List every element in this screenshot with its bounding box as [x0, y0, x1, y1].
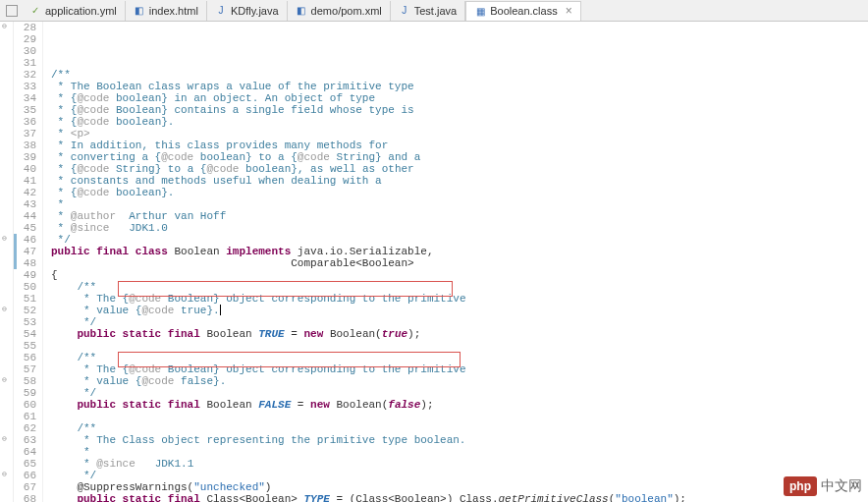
code-line[interactable]: Comparable<Boolean> [51, 257, 868, 269]
code-token: <p> [71, 128, 90, 139]
code-line[interactable]: * {@code boolean}. [51, 116, 868, 128]
code-token: * constants and methods useful when deal… [51, 175, 382, 187]
code-line[interactable]: * @since JDK1.1 [51, 458, 868, 470]
tab-index-html[interactable]: ◧index.html [126, 1, 207, 21]
code-token: @code [77, 187, 109, 198]
code-line[interactable]: * value {@code false}. [51, 375, 868, 387]
code-token: public static final [77, 399, 199, 411]
code-line[interactable]: * {@code boolean}. [51, 187, 868, 198]
code-line[interactable] [51, 411, 868, 422]
code-token: */ [51, 234, 71, 246]
line-number: 65 [14, 458, 36, 470]
code-token: ); [420, 399, 433, 411]
code-token: */ [51, 470, 96, 481]
code-token: Comparable<Boolean> [51, 257, 414, 269]
code-line[interactable]: * {@code String} to a {@code boolean}, a… [51, 163, 868, 175]
code-line[interactable]: * {@code boolean} in an object. An objec… [51, 92, 868, 104]
code-content[interactable]: /** * The Boolean class wraps a value of… [43, 22, 868, 502]
code-line[interactable]: { [51, 269, 868, 281]
fold-icon[interactable]: ⊖ [2, 434, 7, 443]
code-token: * { [51, 104, 77, 116]
line-number: 56 [14, 352, 36, 363]
fold-icon[interactable]: ⊖ [2, 375, 7, 384]
fold-icon[interactable]: ⊖ [2, 234, 7, 243]
line-number: 28 [14, 22, 36, 33]
close-icon[interactable]: × [566, 4, 572, 18]
code-token: Boolean( [330, 399, 388, 411]
fold-icon[interactable]: ⊖ [2, 470, 7, 478]
code-line[interactable]: * value {@code true}. [51, 305, 868, 316]
java-file-icon: J [215, 5, 227, 17]
code-line[interactable]: /** [51, 352, 868, 363]
fold-icon[interactable]: ⊖ [2, 22, 7, 30]
tab-test-java[interactable]: JTest.java [391, 1, 465, 21]
line-number: 30 [14, 45, 36, 57]
code-line[interactable]: */ [51, 470, 868, 481]
line-number: 63 [14, 434, 36, 446]
code-line[interactable]: * @since JDK1.0 [51, 222, 868, 234]
text-cursor [220, 305, 221, 315]
code-token: * In addition, this class provides many … [51, 139, 388, 151]
code-line[interactable]: public static final Class<Boolean> TYPE … [51, 493, 868, 502]
code-line[interactable]: * In addition, this class provides many … [51, 139, 868, 151]
code-line[interactable]: */ [51, 316, 868, 328]
code-line[interactable]: * [51, 446, 868, 458]
code-line[interactable]: */ [51, 234, 868, 246]
code-token: java.io.Serializable, [291, 246, 433, 257]
line-number: 64 [14, 446, 36, 458]
line-number: 52 [14, 305, 36, 316]
code-token: Boolean [200, 328, 258, 340]
line-number: 34 [14, 92, 36, 104]
tab-application-yml[interactable]: ✓application.yml [22, 1, 126, 21]
editor-area: 2829303132333435363738394041424344454647… [0, 22, 868, 502]
code-line[interactable]: * The {@code Boolean} object correspondi… [51, 363, 868, 375]
line-number: 54 [14, 328, 36, 340]
code-line[interactable]: public final class Boolean implements ja… [51, 246, 868, 257]
code-token: @code [161, 151, 193, 163]
code-token: @code [77, 92, 109, 104]
code-token: ( [609, 493, 616, 502]
code-line[interactable]: * The {@code Boolean} object correspondi… [51, 293, 868, 305]
code-line[interactable]: @SuppressWarnings("unchecked") [51, 481, 868, 493]
line-number: 45 [14, 222, 36, 234]
code-line[interactable] [51, 340, 868, 352]
code-line[interactable]: public static final Boolean FALSE = new … [51, 399, 868, 411]
code-line[interactable]: * [51, 198, 868, 210]
line-number: 59 [14, 387, 36, 399]
code-token: * [51, 210, 71, 222]
code-line[interactable]: * converting a {@code boolean} to a {@co… [51, 151, 868, 163]
code-token: public final class [51, 246, 168, 257]
code-line[interactable]: * The Boolean class wraps a value of the… [51, 81, 868, 92]
code-token [51, 328, 77, 340]
line-number: 55 [14, 340, 36, 352]
tab-label: index.html [149, 5, 198, 17]
code-token: * { [51, 163, 77, 175]
watermark-text: 中文网 [821, 477, 862, 495]
line-number: 37 [14, 128, 36, 139]
code-line[interactable]: * {@code Boolean} contains a single fiel… [51, 104, 868, 116]
code-line[interactable]: /** [51, 281, 868, 293]
code-token: boolean}. [109, 187, 174, 198]
code-line[interactable]: public static final Boolean TRUE = new B… [51, 328, 868, 340]
code-token: false [388, 399, 420, 411]
code-line[interactable]: * constants and methods useful when deal… [51, 175, 868, 187]
tab-kdfly-java[interactable]: JKDfly.java [207, 1, 288, 21]
tab-demo-pom-xml[interactable]: ◧demo/pom.xml [288, 1, 391, 21]
line-number: 67 [14, 481, 36, 493]
code-line[interactable]: * The Class object representing the prim… [51, 434, 868, 446]
code-token: = [285, 328, 304, 340]
code-line[interactable]: * <p> [51, 128, 868, 139]
code-token: /** [51, 352, 96, 363]
tab-boolean-class[interactable]: ▦Boolean.class× [465, 1, 581, 21]
code-line[interactable]: */ [51, 387, 868, 399]
code-token: "unchecked" [193, 481, 265, 493]
code-token: @code [129, 363, 161, 375]
code-line[interactable]: /** [51, 422, 868, 434]
code-line[interactable]: /** [51, 69, 868, 81]
code-token: JDK1.0 [109, 222, 167, 234]
code-line[interactable]: * @author Arthur van Hoff [51, 210, 868, 222]
code-token: @since [96, 458, 136, 470]
code-token: public static final [77, 328, 199, 340]
fold-icon[interactable]: ⊖ [2, 305, 7, 313]
xml-file-icon: ◧ [296, 5, 307, 17]
